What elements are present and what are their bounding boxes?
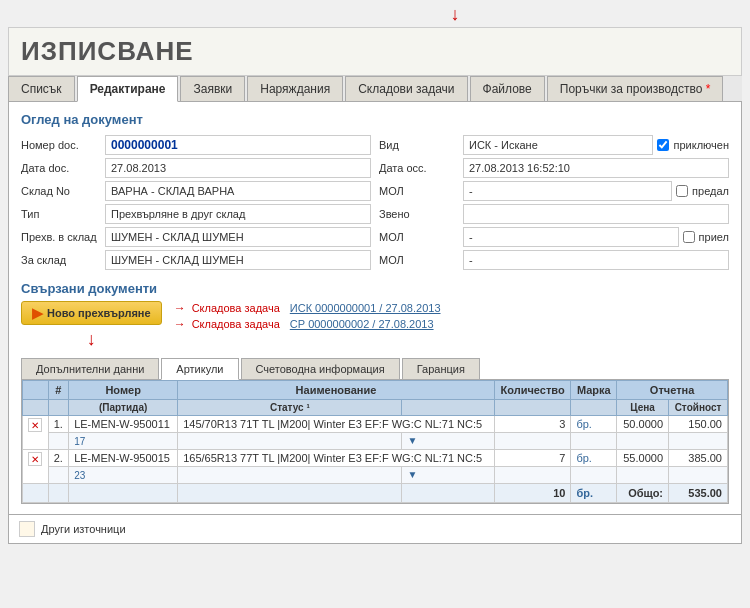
row1-sub-empty3	[571, 433, 617, 450]
col-marka: Марка	[571, 381, 617, 400]
linked-value-2[interactable]: СР 0000000002 / 27.08.2013	[290, 318, 434, 330]
row2-sub-arrow: ▼	[402, 467, 494, 484]
footer-del	[23, 484, 49, 503]
priklyuchen-row: приключен	[657, 139, 729, 151]
btab-accounting[interactable]: Счетоводна информация	[241, 358, 400, 379]
table-row: ✕ 2. LE-MEN-W-950015 165/65R13 77T TL |M…	[23, 450, 728, 467]
list-item: → Складова задача ИСК 0000000001 / 27.08…	[174, 301, 441, 315]
col-marka-sub	[571, 400, 617, 416]
footer-num	[48, 484, 69, 503]
sklad-row: Склад No ВАРНА - СКЛАД ВАРНА	[21, 181, 371, 201]
left-arrow-icon-2: →	[174, 317, 186, 331]
footer-code	[69, 484, 178, 503]
col-num-sub	[48, 400, 69, 416]
mol3-value: -	[463, 250, 729, 270]
list-item: → Складова задача СР 0000000002 / 27.08.…	[174, 317, 441, 331]
row1-desc: 145/70R13 71T TL |M200| Winter E3 EF:F W…	[178, 416, 495, 433]
form-left: Номер doc. 0000000001 Дата doc. 27.08.20…	[21, 135, 371, 273]
tab-redaktirane[interactable]: Редактиране	[77, 76, 179, 102]
tab-zayavki[interactable]: Заявки	[180, 76, 245, 101]
new-transfer-button[interactable]: ▶ Ново прехвърляне	[21, 301, 162, 325]
row1-code: LE-MEN-W-950011	[69, 416, 178, 433]
priklyuchen-checkbox[interactable]	[657, 139, 669, 151]
footer-qty: 10	[494, 484, 571, 503]
row1-sub-empty5	[669, 433, 728, 450]
col-stoynost: Стойност	[669, 400, 728, 416]
footer-desc	[178, 484, 402, 503]
nomer-value: 0000000001	[105, 135, 371, 155]
data-osc-label: Дата осс.	[379, 162, 459, 174]
predal-label: предал	[692, 185, 729, 197]
za-sklad-row: За склад ШУМЕН - СКЛАД ШУМЕН	[21, 250, 371, 270]
mol2-label: МОЛ	[379, 231, 459, 243]
page-title: ИЗПИСВАНЕ	[21, 36, 729, 67]
row2-num: 2.	[48, 450, 69, 467]
row1-value: 150.00	[669, 416, 728, 433]
row2-desc: 165/65R13 77T TL |M200| Winter E3 EF:F W…	[178, 450, 495, 467]
linked-label-2: Складова задача	[192, 318, 284, 330]
tip-row: Тип Прехвърляне в друг склад	[21, 204, 371, 224]
table-row-sub1: 17 ▼	[23, 433, 728, 450]
col-num: #	[48, 381, 69, 400]
btab-articles[interactable]: Артикули	[161, 358, 238, 380]
predal-checkbox[interactable]	[676, 185, 688, 197]
vid-value: ИСК - Искане	[463, 135, 653, 155]
page-header: ИЗПИСВАНЕ	[8, 27, 742, 76]
tab-faylove[interactable]: Файлове	[470, 76, 545, 101]
col-price: Цена	[617, 400, 669, 416]
main-content: Оглед на документ Номер doc. 0000000001 …	[8, 102, 742, 515]
row1-price: 50.0000	[617, 416, 669, 433]
row2-sub-empty3	[571, 467, 617, 484]
btab-warranty[interactable]: Гаранция	[402, 358, 480, 379]
mol-value: -	[463, 181, 672, 201]
preh-value: ШУМЕН - СКЛАД ШУМЕН	[105, 227, 371, 247]
col-del-sub	[23, 400, 49, 416]
row1-sub-status	[178, 433, 402, 450]
left-arrow-icon-1: →	[174, 301, 186, 315]
linked-section: Свързани документи ▶ Ново прехвърляне ↓ …	[21, 281, 729, 350]
delete-row-2-button[interactable]: ✕	[28, 452, 42, 466]
footer-label: Други източници	[41, 523, 126, 535]
tab-spisak[interactable]: Списък	[8, 76, 75, 101]
col-name-sub	[402, 400, 494, 416]
data-row: Дата doc. 27.08.2013	[21, 158, 371, 178]
document-form: Номер doc. 0000000001 Дата doc. 27.08.20…	[21, 135, 729, 273]
mol-row: МОЛ - предал	[379, 181, 729, 201]
preh-row: Прехв. в склад ШУМЕН - СКЛАД ШУМЕН	[21, 227, 371, 247]
tip-value: Прехвърляне в друг склад	[105, 204, 371, 224]
tab-skladovi-zadachi[interactable]: Складови задачи	[345, 76, 467, 101]
mol-label: МОЛ	[379, 185, 459, 197]
sklad-label: Склад No	[21, 185, 101, 197]
vid-label: Вид	[379, 139, 459, 151]
nomer-label: Номер doc.	[21, 139, 101, 151]
footer-check-icon	[19, 521, 35, 537]
priklyuchen-label: приключен	[673, 139, 729, 151]
tab-naryazdania[interactable]: Наряждания	[247, 76, 343, 101]
linked-items: → Складова задача ИСК 0000000001 / 27.08…	[174, 301, 441, 331]
footer-unit: бр.	[571, 484, 617, 503]
row2-code: LE-MEN-W-950015	[69, 450, 178, 467]
linked-value-1[interactable]: ИСК 0000000001 / 27.08.2013	[290, 302, 441, 314]
row2-sub-empty4	[617, 467, 669, 484]
row1-sub-empty4	[617, 433, 669, 450]
row1-sub-code: 17	[69, 433, 178, 450]
col-qty: Количество	[494, 381, 571, 400]
table-row: ✕ 1. LE-MEN-W-950011 145/70R13 71T TL |M…	[23, 416, 728, 433]
data-osc-row: Дата осс. 27.08.2013 16:52:10	[379, 158, 729, 178]
za-sklad-value: ШУМЕН - СКЛАД ШУМЕН	[105, 250, 371, 270]
row2-price: 55.0000	[617, 450, 669, 467]
delete-row-1-button[interactable]: ✕	[28, 418, 42, 432]
row2-value: 385.00	[669, 450, 728, 467]
tab-poruchki[interactable]: Поръчки за производство	[547, 76, 724, 101]
mol2-row: МОЛ - приел	[379, 227, 729, 247]
sklad-value: ВАРНА - СКЛАД ВАРНА	[105, 181, 371, 201]
col-status: Статус ¹	[178, 400, 402, 416]
priel-checkbox[interactable]	[683, 231, 695, 243]
form-right: Вид ИСК - Искане приключен Дата осс. 27.…	[379, 135, 729, 273]
articles-table-wrapper: # Номер Наименование Количество Марка От…	[21, 380, 729, 504]
btab-additional[interactable]: Допълнителни данни	[21, 358, 159, 379]
zveno-value	[463, 204, 729, 224]
tip-label: Тип	[21, 208, 101, 220]
row1-qty: 3	[494, 416, 571, 433]
row2-unit: бр.	[571, 450, 617, 467]
